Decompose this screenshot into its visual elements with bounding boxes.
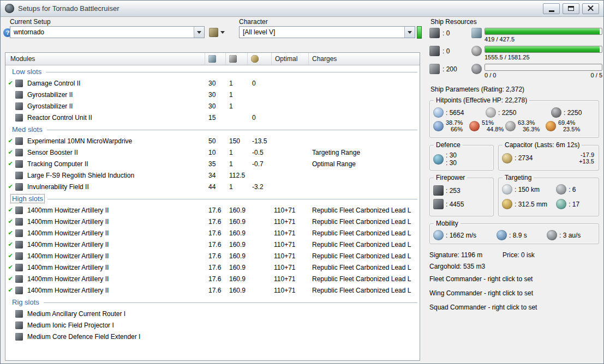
module-icon [15, 241, 26, 248]
module-name: Gyrostabilizer II [26, 102, 205, 110]
slot-section-header: Low slots [5, 65, 420, 77]
character-dropdown-button[interactable] [404, 27, 415, 38]
maximize-icon [568, 6, 574, 11]
current-setup-dropdown-button[interactable] [194, 27, 204, 38]
module-optimal: 110+71 [272, 264, 309, 271]
module-row[interactable]: ✔1400mm Howitzer Artillery II17.6160.911… [5, 204, 420, 216]
shield-hp-value: : 5654 [446, 109, 464, 117]
module-icon [15, 321, 26, 329]
module-row[interactable]: Medium Core Defence Field Extender I [5, 331, 420, 342]
module-row[interactable]: ✔Tracking Computer II351-0.7Optimal Rang… [5, 158, 420, 169]
module-icon [15, 183, 26, 191]
module-row[interactable]: ✔Damage Control II3010 [5, 77, 420, 89]
module-row[interactable]: ✔Invulnerability Field II441-3.2 [5, 181, 420, 192]
module-name: Medium Core Defence Field Extender I [26, 333, 205, 341]
module-optimal: 110+71 [272, 252, 309, 260]
maximize-button[interactable] [563, 3, 579, 14]
module-row[interactable]: ✔1400mm Howitzer Artillery II17.6160.911… [5, 216, 420, 227]
module-cpu: 34 [205, 172, 226, 179]
module-row[interactable]: ✔1400mm Howitzer Artillery II17.6160.911… [5, 262, 420, 273]
module-charge: Republic Fleet Carbonized Lead L [309, 207, 420, 214]
modules-table-rows: Low slots✔Damage Control II3010Gyrostabi… [5, 65, 420, 360]
capacitor-column-header[interactable] [248, 53, 272, 65]
module-row[interactable]: ✔1400mm Howitzer Artillery II17.6160.911… [5, 239, 420, 250]
module-type-icon [15, 114, 23, 122]
active-check-icon: ✔ [5, 80, 15, 87]
section-divider [46, 72, 417, 72]
module-powergrid: 160.9 [226, 287, 248, 294]
chevron-down-icon [197, 31, 201, 34]
titlebar[interactable]: Setups for Tornado Battlecruiser [1, 1, 603, 17]
module-icon [15, 229, 26, 237]
module-row[interactable]: Reactor Control Unit II150 [5, 112, 420, 123]
module-row[interactable]: ✔Sensor Booster II101-0.5Targeting Range [5, 147, 420, 158]
squad-commander[interactable]: Squad Commander - right click to set [429, 302, 603, 313]
character-combobox[interactable]: [All level V] [239, 26, 415, 38]
module-cpu: 10 [205, 149, 226, 156]
module-powergrid: 160.9 [226, 218, 248, 226]
module-cpu: 17.6 [205, 287, 226, 294]
module-type-icon [15, 321, 23, 329]
module-row[interactable]: ✔1400mm Howitzer Artillery II17.6160.911… [5, 273, 420, 284]
powergrid-bar-fill [485, 46, 600, 52]
capacitor-icon [251, 55, 259, 63]
module-row[interactable]: ✔1400mm Howitzer Artillery II17.6160.911… [5, 250, 420, 262]
module-charge: Republic Fleet Carbonized Lead L [309, 218, 420, 226]
module-row[interactable]: Medium Ancillary Current Router I [5, 308, 420, 319]
module-row[interactable]: Large F-S9 Regolith Shield Induction3411… [5, 169, 420, 181]
minimize-button[interactable] [543, 3, 560, 14]
module-icon [15, 264, 26, 271]
module-cap-use: -0.5 [248, 149, 272, 156]
module-cpu: 44 [205, 183, 226, 191]
module-name: 1400mm Howitzer Artillery II [26, 229, 205, 237]
module-cap-use: 0 [248, 80, 272, 87]
kinetic-resist-icon [505, 121, 516, 131]
powergrid-column-header[interactable] [226, 53, 248, 65]
module-icon [15, 114, 26, 122]
module-cap-use: -0.7 [248, 160, 272, 168]
ship-parameters-title: Ship Parameters (Rating: 2,372) [430, 86, 603, 93]
rig-slot-icon [471, 64, 482, 74]
module-icon [15, 137, 26, 145]
defence-icon [433, 154, 444, 165]
current-setup-combobox[interactable]: wntornado [10, 26, 205, 38]
em-resist-armor: 66% [451, 126, 463, 132]
firepower-volley: : 4455 [446, 201, 464, 208]
volley-icon [433, 199, 444, 209]
character-label: Character [239, 18, 268, 26]
cpu-column-header[interactable] [205, 53, 226, 65]
module-name: 1400mm Howitzer Artillery II [26, 264, 205, 271]
optimal-column-header[interactable]: Optimal [272, 53, 309, 65]
cpu-icon [208, 55, 216, 63]
close-icon [587, 5, 594, 12]
module-optimal: 110+71 [272, 287, 309, 294]
slot-section-label[interactable]: High slots [11, 195, 44, 203]
module-cpu: 50 [205, 137, 226, 145]
module-cpu: 17.6 [205, 241, 226, 248]
module-row[interactable]: ✔1400mm Howitzer Artillery II17.6160.911… [5, 284, 420, 296]
module-type-icon [15, 172, 23, 179]
firepower-title: Firepower [434, 174, 467, 181]
slot-section-label[interactable]: Med slots [11, 125, 44, 134]
module-powergrid: 1 [226, 183, 248, 191]
max-targets-icon [556, 184, 566, 195]
slot-section-label[interactable]: Low slots [11, 68, 43, 76]
module-row[interactable]: ✔Experimental 10MN MicroWarpdrive50150-1… [5, 135, 420, 147]
setup-actions-button[interactable] [208, 26, 231, 38]
hitpoints-group: Hitpoints (Effective HP: 22,278) : 5654 … [429, 100, 599, 138]
charges-column-header[interactable]: Charges [309, 53, 420, 65]
module-row[interactable]: Gyrostabilizer II301 [5, 89, 420, 100]
thermal-resist-armor: 44.8% [487, 126, 504, 132]
module-row[interactable]: Medium Ionic Field Projector I [5, 319, 420, 331]
module-row[interactable]: Gyrostabilizer II301 [5, 100, 420, 112]
module-cpu: 17.6 [205, 264, 226, 271]
wing-commander[interactable]: Wing Commander - right click to set [429, 288, 603, 299]
targeting-title: Targeting [503, 174, 534, 181]
defence-value-2: : 30 [446, 159, 457, 167]
fleet-commander[interactable]: Fleet Commander - right click to set [429, 274, 603, 284]
modules-column-header[interactable]: Modules [5, 53, 205, 65]
modules-table-header: Modules Optimal Charges [5, 53, 420, 65]
close-button[interactable] [582, 3, 599, 14]
slot-section-label[interactable]: Rig slots [11, 298, 40, 306]
module-row[interactable]: ✔1400mm Howitzer Artillery II17.6160.911… [5, 227, 420, 239]
